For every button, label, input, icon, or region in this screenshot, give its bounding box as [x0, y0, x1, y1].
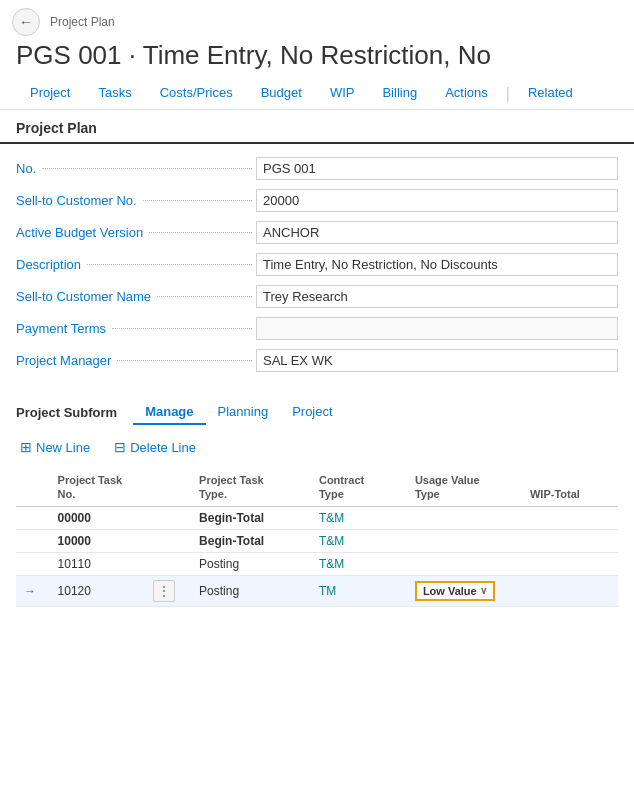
row-indicator [16, 552, 50, 575]
badge-chevron-icon: ∨ [480, 585, 487, 596]
usage-value-badge[interactable]: Low Value ∨ [415, 581, 495, 601]
subform-tabs: Manage Planning Project [133, 400, 344, 425]
delete-line-button[interactable]: ⊟ Delete Line [110, 437, 200, 457]
contract-type-cell: TM [311, 575, 407, 606]
label-project-manager: Project Manager [16, 353, 256, 368]
back-icon: ← [19, 14, 33, 30]
task-type-cell: Begin-Total [191, 506, 311, 529]
breadcrumb: Project Plan [50, 15, 115, 29]
field-project-manager: Project Manager [16, 344, 618, 376]
table-row: 10110 Posting T&M [16, 552, 618, 575]
usage-value-cell[interactable]: Low Value ∨ [407, 575, 522, 606]
task-no-cell[interactable]: 10110 [50, 552, 146, 575]
row-indicator [16, 529, 50, 552]
tab-related[interactable]: Related [514, 79, 587, 109]
wip-total-cell [522, 506, 618, 529]
tab-billing[interactable]: Billing [368, 79, 431, 109]
label-sell-to-customer-no: Sell-to Customer No. [16, 193, 256, 208]
label-description: Description [16, 257, 256, 272]
new-line-icon: ⊞ [20, 439, 32, 455]
col-usage-value: Usage ValueType [407, 469, 522, 506]
subform-area: Project Subform Manage Planning Project … [0, 384, 634, 607]
input-no[interactable] [256, 157, 618, 180]
new-line-label: New Line [36, 440, 90, 455]
usage-value-cell [407, 552, 522, 575]
row-dots-cell [145, 529, 191, 552]
col-indicator [16, 469, 50, 506]
subform-toolbar: ⊞ New Line ⊟ Delete Line [16, 433, 618, 461]
input-payment-terms[interactable] [256, 317, 618, 340]
input-description[interactable] [256, 253, 618, 276]
contract-type-cell: T&M [311, 552, 407, 575]
usage-value-cell [407, 529, 522, 552]
table-header-row: Project TaskNo. Project TaskType. Contra… [16, 469, 618, 506]
task-type-cell: Begin-Total [191, 529, 311, 552]
input-active-budget-version[interactable] [256, 221, 618, 244]
table-row: → 10120 ⋮ Posting TM Low Value ∨ [16, 575, 618, 606]
table-row: 00000 Begin-Total T&M [16, 506, 618, 529]
field-sell-to-customer-name: Sell-to Customer Name [16, 280, 618, 312]
subform-title: Project Subform [16, 405, 117, 420]
label-sell-to-customer-name: Sell-to Customer Name [16, 289, 256, 304]
label-no: No. [16, 161, 256, 176]
field-description: Description [16, 248, 618, 280]
tab-budget[interactable]: Budget [247, 79, 316, 109]
contract-type-cell: T&M [311, 529, 407, 552]
label-payment-terms: Payment Terms [16, 321, 256, 336]
subform-tab-manage[interactable]: Manage [133, 400, 205, 425]
task-no-cell[interactable]: 10120 [50, 575, 146, 606]
page-title: PGS 001 · Time Entry, No Restriction, No [0, 40, 634, 79]
field-active-budget-version: Active Budget Version [16, 216, 618, 248]
task-no-cell[interactable]: 00000 [50, 506, 146, 529]
col-contract-type: ContractType [311, 469, 407, 506]
row-arrow-indicator: → [16, 575, 50, 606]
back-button[interactable]: ← [12, 8, 40, 36]
field-no: No. [16, 152, 618, 184]
input-sell-to-customer-name[interactable] [256, 285, 618, 308]
tab-wip[interactable]: WIP [316, 79, 369, 109]
col-wip-total: WIP-Total [522, 469, 618, 506]
task-type-cell: Posting [191, 552, 311, 575]
wip-total-cell [522, 552, 618, 575]
row-context-menu-button[interactable]: ⋮ [153, 580, 175, 602]
field-payment-terms: Payment Terms [16, 312, 618, 344]
project-task-table: Project TaskNo. Project TaskType. Contra… [16, 469, 618, 607]
section-title: Project Plan [0, 110, 634, 144]
task-type-cell: Posting [191, 575, 311, 606]
subform-header: Project Subform Manage Planning Project [16, 400, 618, 425]
tab-tasks[interactable]: Tasks [84, 79, 145, 109]
usage-value-label: Low Value [423, 585, 477, 597]
row-dots-cell[interactable]: ⋮ [145, 575, 191, 606]
input-sell-to-customer-no[interactable] [256, 189, 618, 212]
row-dots-cell [145, 506, 191, 529]
wip-total-cell [522, 575, 618, 606]
input-project-manager[interactable] [256, 349, 618, 372]
delete-line-label: Delete Line [130, 440, 196, 455]
subform-tab-planning[interactable]: Planning [206, 400, 281, 425]
usage-value-cell [407, 506, 522, 529]
row-indicator [16, 506, 50, 529]
table-row: 10000 Begin-Total T&M [16, 529, 618, 552]
field-sell-to-customer-no: Sell-to Customer No. [16, 184, 618, 216]
top-bar: ← Project Plan [0, 0, 634, 40]
nav-divider: | [502, 79, 514, 109]
form-area: No. Sell-to Customer No. Active Budget V… [0, 144, 634, 384]
col-task-no: Project TaskNo. [50, 469, 146, 506]
row-dots-cell [145, 552, 191, 575]
tab-costs-prices[interactable]: Costs/Prices [146, 79, 247, 109]
tab-actions[interactable]: Actions [431, 79, 502, 109]
subform-tab-project[interactable]: Project [280, 400, 344, 425]
tab-project[interactable]: Project [16, 79, 84, 109]
new-line-button[interactable]: ⊞ New Line [16, 437, 94, 457]
col-task-type: Project TaskType. [191, 469, 311, 506]
nav-tabs: Project Tasks Costs/Prices Budget WIP Bi… [0, 79, 634, 110]
label-active-budget-version: Active Budget Version [16, 225, 256, 240]
contract-type-cell: T&M [311, 506, 407, 529]
delete-line-icon: ⊟ [114, 439, 126, 455]
task-no-cell[interactable]: 10000 [50, 529, 146, 552]
col-dots-header [145, 469, 191, 506]
wip-total-cell [522, 529, 618, 552]
